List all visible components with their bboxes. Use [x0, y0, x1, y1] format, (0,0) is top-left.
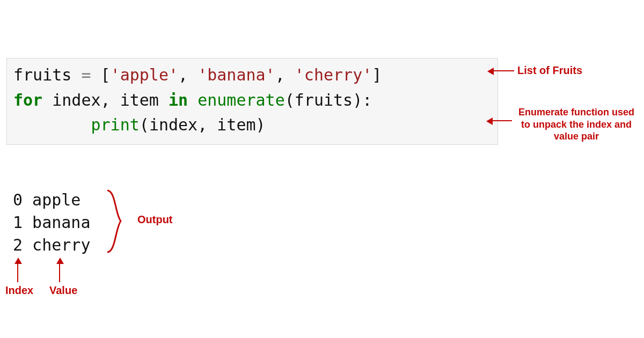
token-mid: index, item — [42, 91, 169, 109]
arrow-up-icon — [59, 263, 60, 282]
token-keyword-in: in — [169, 91, 188, 109]
token-comma: , — [178, 65, 197, 84]
token-open-bracket: [ — [101, 65, 111, 84]
annotation-list: List of Fruits — [517, 64, 582, 77]
token-func-enumerate: enumerate — [197, 91, 285, 109]
annotation-output: Output — [137, 214, 173, 226]
token-comma: , — [275, 65, 295, 84]
token-colon: : — [362, 91, 372, 109]
token-var-fruits: fruits — [13, 65, 71, 84]
token-open-paren: ( — [140, 115, 149, 134]
code-line-3: for index, item in enumerate(fruits): — [13, 88, 491, 113]
arrow-up-icon — [17, 263, 18, 282]
token-arg-fruits: fruits — [295, 91, 353, 109]
arrow-left-icon — [492, 120, 512, 121]
annotation-index: Index — [5, 284, 33, 297]
token-close-paren: ) — [256, 115, 266, 134]
token-string-banana: 'banana' — [197, 65, 275, 84]
code-line-1: fruits = ['apple', 'banana', 'cherry'] — [13, 63, 491, 88]
token-keyword-for: for — [13, 91, 42, 109]
brace-icon — [105, 188, 126, 258]
output-block: 0 apple 1 banana 2 cherry — [13, 189, 91, 256]
token-indent — [13, 115, 91, 134]
token-open-paren: ( — [285, 91, 295, 109]
annotation-value: Value — [49, 284, 77, 297]
token-close-bracket: ] — [372, 65, 382, 84]
diagram-stage: fruits = ['apple', 'banana', 'cherry'] f… — [0, 0, 644, 338]
token-func-print: print — [91, 115, 140, 134]
code-line-4: print(index, item) — [13, 113, 491, 138]
token-close-paren: ) — [353, 91, 362, 109]
token-args: index, item — [149, 115, 256, 134]
token-space — [91, 65, 101, 84]
arrow-left-icon — [493, 70, 514, 71]
token-equals: = — [81, 65, 91, 84]
output-line-3: 2 cherry — [13, 234, 91, 256]
output-line-1: 0 apple — [13, 189, 91, 211]
code-box: fruits = ['apple', 'banana', 'cherry'] f… — [6, 58, 498, 145]
token-space — [71, 65, 81, 84]
annotation-enum: Enumerate function used to unpack the in… — [517, 106, 635, 143]
output-line-2: 1 banana — [13, 211, 91, 234]
token-string-apple: 'apple' — [111, 65, 178, 84]
token-space — [188, 91, 197, 109]
token-string-cherry: 'cherry' — [295, 65, 372, 84]
